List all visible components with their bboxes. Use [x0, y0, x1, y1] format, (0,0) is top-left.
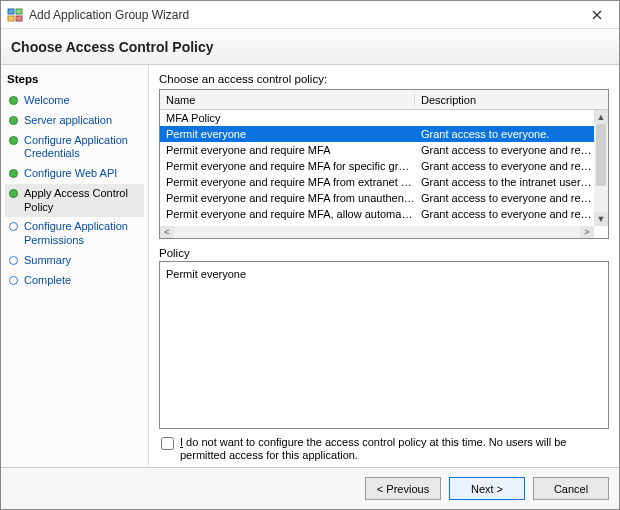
policy-row[interactable]: Permit everyone and require MFA for spec…	[160, 158, 594, 174]
skip-policy-checkbox[interactable]	[161, 437, 174, 450]
policy-row-description: Grant access to everyone.	[415, 128, 594, 140]
skip-policy-row: I do not want to configure the access co…	[159, 429, 609, 468]
step-status-icon	[9, 222, 18, 231]
skip-policy-label[interactable]: I do not want to configure the access co…	[180, 436, 607, 464]
policy-row-description: Grant access to everyone and require MFA…	[415, 160, 594, 172]
policy-row[interactable]: Permit everyone and require MFA, allow a…	[160, 206, 594, 222]
next-button[interactable]: Next >	[449, 477, 525, 500]
svg-rect-0	[8, 9, 14, 14]
svg-rect-2	[8, 16, 14, 21]
policy-row[interactable]: Permit everyone and require MFA from ext…	[160, 174, 594, 190]
step-label: Apply Access Control Policy	[24, 187, 142, 215]
column-header-name[interactable]: Name	[160, 94, 415, 106]
step-status-icon	[9, 96, 18, 105]
step-item[interactable]: Welcome	[5, 91, 144, 111]
policy-row-description: Grant access to the intranet users and r…	[415, 176, 594, 188]
steps-pane: Steps WelcomeServer applicationConfigure…	[1, 65, 149, 467]
horizontal-scrollbar[interactable]: < >	[160, 226, 594, 238]
policy-row[interactable]: Permit everyone and require MFA from una…	[160, 190, 594, 206]
step-item[interactable]: Server application	[5, 111, 144, 131]
step-item[interactable]: Apply Access Control Policy	[5, 184, 144, 218]
step-item[interactable]: Complete	[5, 271, 144, 291]
scroll-left-icon[interactable]: <	[160, 226, 174, 238]
content-pane: Choose an access control policy: Name De…	[149, 65, 619, 467]
column-header-description[interactable]: Description	[415, 94, 608, 106]
close-icon	[592, 10, 602, 20]
scroll-track-h[interactable]	[174, 226, 580, 238]
policy-preview-label: Policy	[159, 247, 609, 259]
step-item[interactable]: Configure Application Permissions	[5, 217, 144, 251]
policy-row[interactable]: Permit everyone and require MFAGrant acc…	[160, 142, 594, 158]
step-status-icon	[9, 189, 18, 198]
scroll-thumb[interactable]	[596, 124, 606, 186]
wizard-footer: < Previous Next > Cancel	[1, 467, 619, 509]
step-status-icon	[9, 276, 18, 285]
scroll-down-icon[interactable]: ▼	[594, 212, 608, 226]
policy-preview-text: Permit everyone	[166, 268, 246, 280]
scroll-track[interactable]	[594, 124, 608, 212]
policy-row-name: Permit everyone and require MFA	[160, 144, 415, 156]
step-status-icon	[9, 136, 18, 145]
page-title: Choose Access Control Policy	[11, 39, 214, 55]
step-item[interactable]: Configure Web API	[5, 164, 144, 184]
policy-row-name: Permit everyone	[160, 128, 415, 140]
step-status-icon	[9, 256, 18, 265]
policy-list-header: Name Description	[160, 90, 608, 110]
window-title: Add Application Group Wizard	[29, 8, 579, 22]
policy-row-name: Permit everyone and require MFA, allow a…	[160, 208, 415, 220]
close-button[interactable]	[579, 1, 615, 29]
steps-heading: Steps	[7, 73, 144, 85]
svg-rect-3	[16, 16, 22, 21]
policy-row[interactable]: MFA Policy	[160, 110, 594, 126]
vertical-scrollbar[interactable]: ▲ ▼	[594, 110, 608, 226]
policy-row-name: Permit everyone and require MFA for spec…	[160, 160, 415, 172]
titlebar: Add Application Group Wizard	[1, 1, 619, 29]
scroll-up-icon[interactable]: ▲	[594, 110, 608, 124]
step-item[interactable]: Configure Application Credentials	[5, 131, 144, 165]
policy-row-name: Permit everyone and require MFA from ext…	[160, 176, 415, 188]
step-label: Configure Application Credentials	[24, 134, 142, 162]
step-status-icon	[9, 169, 18, 178]
previous-button[interactable]: < Previous	[365, 477, 441, 500]
policy-row-description: Grant access to everyone and require MFA…	[415, 144, 594, 156]
step-label: Configure Application Permissions	[24, 220, 142, 248]
step-label: Server application	[24, 114, 112, 128]
step-label: Welcome	[24, 94, 70, 108]
wizard-window: Add Application Group Wizard Choose Acce…	[0, 0, 620, 510]
scroll-right-icon[interactable]: >	[580, 226, 594, 238]
cancel-button[interactable]: Cancel	[533, 477, 609, 500]
step-item[interactable]: Summary	[5, 251, 144, 271]
policy-row-name: Permit everyone and require MFA from una…	[160, 192, 415, 204]
policy-preview: Permit everyone	[159, 261, 609, 429]
policy-list[interactable]: Name Description MFA PolicyPermit everyo…	[159, 89, 609, 239]
choose-policy-label: Choose an access control policy:	[159, 73, 609, 85]
step-label: Configure Web API	[24, 167, 117, 181]
step-label: Summary	[24, 254, 71, 268]
svg-rect-1	[16, 9, 22, 14]
step-status-icon	[9, 116, 18, 125]
app-group-icon	[7, 7, 23, 23]
step-label: Complete	[24, 274, 71, 288]
policy-row-name: MFA Policy	[160, 112, 415, 124]
policy-row-description: Grant access to everyone and require MFA…	[415, 192, 594, 204]
policy-row-description: Grant access to everyone and require MFA…	[415, 208, 594, 220]
page-header: Choose Access Control Policy	[1, 29, 619, 65]
policy-row[interactable]: Permit everyoneGrant access to everyone.	[160, 126, 594, 142]
